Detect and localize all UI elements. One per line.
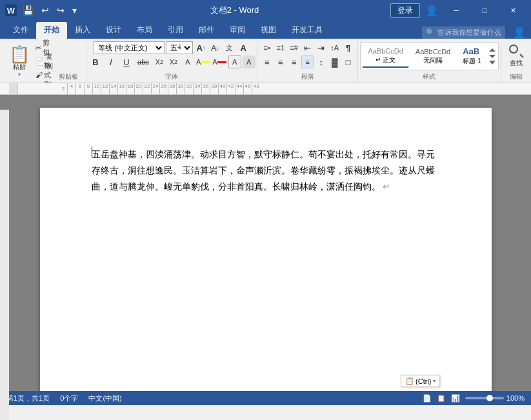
web-layout-icon[interactable]: 📊 [451, 394, 460, 403]
title-bar-title: 文档2 - Word [79, 5, 390, 16]
format-painter-icon: 🖌 [35, 71, 43, 79]
numbering-button[interactable]: ≡1 [274, 41, 287, 54]
styles-scroll-down-icon[interactable] [489, 55, 496, 58]
increase-indent-button[interactable]: ⇥ [315, 41, 328, 54]
multilevel-list-button[interactable]: ≡# [288, 41, 301, 54]
search-placeholder: 告诉我你想要做什么 [437, 28, 501, 37]
user-account-icon[interactable]: 👤 [513, 26, 526, 39]
character-border-button[interactable]: A [228, 55, 241, 68]
word-count: 0个字 [60, 394, 78, 403]
clipboard-group-label: 剪贴板 [54, 71, 83, 81]
quick-save-button[interactable]: 💾 [21, 5, 35, 15]
sort-button[interactable]: ↕A [328, 41, 341, 54]
underline-button[interactable]: U [119, 55, 134, 68]
ribbon-body: 📋 粘贴 ▾ ✂ 剪切 📄 复制 🖌 格式刷 剪贴板 [0, 39, 531, 83]
paste-label: 粘贴 [13, 63, 26, 72]
editing-group: 查找 编辑 [503, 41, 531, 81]
tab-mail[interactable]: 邮件 [191, 22, 222, 39]
font-family-select[interactable]: 等线 (中文正文) [94, 41, 165, 54]
word-logo-icon: W [5, 5, 17, 16]
border-para-button[interactable]: □ [342, 55, 355, 68]
ribbon-tabs: 文件 开始 插入 设计 布局 引用 邮件 审阅 视图 开发工具 🔍 告诉我你想要… [0, 21, 531, 39]
shading-para-button[interactable]: ▓ [328, 55, 341, 68]
page-info: 第1页，共1页 [6, 394, 50, 403]
search-icon: 🔍 [426, 28, 435, 37]
title-bar: W 💾 ↩ ↪ ▾ 文档2 - Word 登录 👤 ─ □ ✕ [0, 0, 531, 21]
tab-developer[interactable]: 开发工具 [284, 22, 330, 39]
paste-icon: 📋 [9, 46, 30, 63]
find-button[interactable]: 查找 [505, 42, 527, 70]
bullets-button[interactable]: ≡• [261, 41, 274, 54]
clear-format-button[interactable]: A [237, 41, 250, 54]
tab-review[interactable]: 审阅 [222, 22, 253, 39]
paste-tooltip-button[interactable]: 📋 (Ctrl) ▾ [401, 375, 439, 387]
editing-group-label: 编辑 [505, 71, 527, 81]
italic-button[interactable]: I [104, 55, 118, 68]
style-heading1[interactable]: AaB 标题 1 [457, 44, 486, 68]
quick-redo-button[interactable]: ↪ [55, 5, 66, 15]
quick-customize-button[interactable]: ▾ [70, 5, 79, 15]
paragraph-group: ≡• ≡1 ≡# ⇤ ⇥ ↕A ¶ ≡ ≡ ≡ ≡ ↕ ▓ □ 段落 [259, 41, 357, 81]
paragraph-row-1: ≡• ≡1 ≡# ⇤ ⇥ ↕A ¶ [261, 41, 355, 54]
login-button[interactable]: 登录 [390, 3, 420, 18]
text-effect-button[interactable]: A [181, 55, 194, 68]
align-left-button[interactable]: ≡ [261, 55, 274, 68]
minimize-button[interactable]: ─ [443, 0, 469, 21]
bold-button[interactable]: B [88, 55, 103, 68]
clipboard-right: ✂ 剪切 📄 复制 🖌 格式刷 [34, 41, 54, 81]
close-button[interactable]: ✕ [500, 0, 526, 21]
text-highlight-button[interactable]: A [195, 55, 210, 68]
document-page: 五岳盘神基，四渎涌荡津。动求目方智，默守标静仁。苟不宴出处，托好有常因。寻元存终… [40, 108, 492, 391]
tab-view[interactable]: 视图 [253, 22, 284, 39]
format-painter-button[interactable]: 🖌 格式刷 [35, 68, 54, 81]
zoom-thumb[interactable] [486, 395, 493, 401]
tab-references[interactable]: 引用 [160, 22, 191, 39]
styles-scroll-buttons[interactable] [488, 47, 497, 66]
ribbon-search[interactable]: 🔍 告诉我你想要做什么 [422, 26, 505, 39]
quick-undo-button[interactable]: ↩ [39, 5, 51, 15]
cut-icon: ✂ [35, 44, 41, 52]
tab-insert[interactable]: 插入 [67, 22, 98, 39]
strikethrough-button[interactable]: abc [135, 55, 152, 68]
phonetic-guide-button[interactable]: 文 [223, 41, 235, 54]
font-color-button[interactable]: A [212, 55, 226, 68]
style-no-spacing[interactable]: AaBbCcDd 无间隔 [410, 45, 456, 68]
align-right-button[interactable]: ≡ [288, 55, 301, 68]
clipboard-group: 📋 粘贴 ▾ ✂ 剪切 📄 复制 🖌 格式刷 剪贴板 [3, 41, 86, 81]
paste-tooltip-area: 📋 (Ctrl) ▾ [401, 372, 439, 387]
subscript-button[interactable]: X2 [153, 55, 166, 68]
styles-scroll-up-icon[interactable] [489, 48, 496, 52]
decrease-indent-button[interactable]: ⇤ [301, 41, 314, 54]
increase-font-button[interactable]: A↑ [194, 41, 207, 54]
style-normal[interactable]: AaBbCcDd ↵ 正文 [362, 45, 408, 68]
zoom-slider[interactable] [465, 397, 504, 399]
superscript-button[interactable]: X2 [167, 55, 180, 68]
show-marks-button[interactable]: ¶ [342, 41, 355, 54]
tab-layout[interactable]: 布局 [129, 22, 160, 39]
paste-expand-icon[interactable]: ▾ [18, 72, 21, 77]
ruler-corner [9, 83, 18, 94]
paste-button[interactable]: 📋 粘贴 ▾ [5, 45, 34, 79]
document-content[interactable]: 五岳盘神基，四渎涌荡津。动求目方智，默守标静仁。苟不宴出处，托好有常因。寻元存终… [92, 146, 440, 195]
styles-expand-icon[interactable] [489, 61, 496, 65]
maximize-button[interactable]: □ [472, 0, 497, 21]
tab-home[interactable]: 开始 [36, 22, 67, 39]
align-center-button[interactable]: ≡ [274, 55, 287, 68]
ruler-scale: 2 4 6 8 10 12 14 16 18 20 22 24 26 28 30… [59, 83, 261, 95]
tab-file[interactable]: 文件 [5, 22, 36, 39]
tab-design[interactable]: 设计 [98, 22, 129, 39]
shading-button[interactable]: A [243, 55, 255, 68]
user-icon[interactable]: 👤 [423, 5, 441, 17]
zoom-level: 100% [506, 394, 525, 402]
line-spacing-button[interactable]: ↕ [315, 55, 328, 68]
styles-gallery: AaBbCcDd ↵ 正文 AaBbCcDd 无间隔 AaB 标题 1 [360, 42, 498, 70]
justify-button[interactable]: ≡ [301, 55, 314, 68]
decrease-font-button[interactable]: A↓ [208, 41, 221, 54]
find-label: 查找 [510, 59, 523, 68]
ruler-marks: 2 4 6 8 10 12 14 16 18 20 22 24 26 28 30… [18, 83, 531, 94]
print-layout-icon[interactable]: 📋 [437, 394, 446, 403]
paste-tooltip-expand-icon[interactable]: ▾ [433, 378, 436, 384]
font-size-select[interactable]: 五号 [166, 41, 193, 54]
document-area[interactable]: 五岳盘神基，四渎涌荡津。动求目方智，默守标静仁。苟不宴出处，托好有常因。寻元存终… [0, 95, 531, 391]
read-mode-icon[interactable]: 📄 [423, 394, 432, 403]
